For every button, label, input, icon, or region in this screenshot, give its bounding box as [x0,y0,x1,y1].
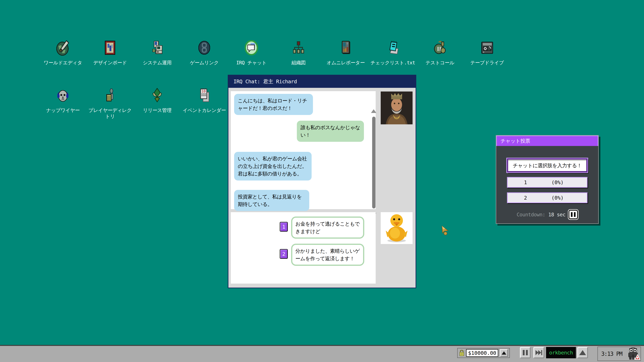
desktop-icon-tape-drive[interactable]: テープドライブ [464,39,510,66]
org-chart-icon [290,39,308,57]
desktop-icon-org-chart[interactable]: 組織図 [276,39,321,66]
event-calendar-icon: 10 [196,86,213,104]
chat-message-log: こんにちは、私はロード・リチャードだ！君のボスだ！ 誰も私のボスなんかじゃない！… [231,91,376,209]
choice-2-key-badge[interactable]: 2 [280,249,288,259]
desktop-icon-label: テストコール [417,60,463,66]
poll-option-2-label: 2 [508,195,543,201]
chat-message-boss: こんにちは、私はロード・リチャードだ！君のボスだ！ [234,94,313,115]
svg-text:10: 10 [202,89,206,93]
desktop-icon-label: ワールドエディタ [40,60,86,66]
system-ops-icon [148,39,166,57]
tray-robot-icon[interactable] [626,347,640,361]
countdown-value: 18 sec [548,212,565,218]
release-management-icon [148,86,166,104]
desktop-icon-irq-chat[interactable]: IRQ チャット [228,39,274,66]
desktop-icon-label: テープドライブ [464,60,510,66]
desktop-icon-player-directory[interactable]: プレイヤーディレクトリ [87,86,133,119]
poll-banner: チャットに選択肢を入力する！ [507,158,588,172]
pause-icon [523,350,524,355]
poll-option-1[interactable]: 1 (0%) [507,177,588,188]
world-editor-icon [54,39,72,57]
chat-message-player: 誰も私のボスなんかじゃない！ [297,121,364,142]
desktop-icon-game-link[interactable]: ゲームリンク [182,39,227,66]
poll-pause-button[interactable] [568,210,578,219]
desktop-icon-world-editor[interactable]: ワールドエディタ [40,39,86,66]
chat-scrollbar[interactable] [371,109,377,217]
money-widget: $10000.00 [457,348,510,358]
desktop-icon-test-call[interactable]: テストコール [417,39,463,66]
desktop-icon-design-board[interactable]: デザインボード [87,39,133,66]
chat-message-boss: 投資家として、私は見返りを期待している。 [234,190,309,211]
player-directory-icon [101,86,119,104]
napwire-skull-icon [54,86,72,104]
choice-1-text[interactable]: お金を持って逃げることもできますけど [291,217,364,239]
desktop-icon-label: デザインボード [87,60,133,66]
pause-icon [571,212,572,217]
test-call-icon [431,39,449,57]
pause-button[interactable] [520,347,531,358]
clock-time: 3:13 PM [601,351,626,357]
chat-choice-2[interactable]: 2 分かりました、素晴らしいゲームを作って返済します！ [280,244,376,266]
up-arrow-icon [579,350,586,355]
chat-choice-1[interactable]: 1 お金を持って逃げることもできますけど [280,217,376,239]
omni-reporter-icon [337,39,354,57]
chat-window-titlebar[interactable]: IRQ Chat: 君主 Richard [228,75,416,88]
desktop-icon-event-calendar[interactable]: 10 イベントカレンダー [182,86,227,113]
tape-drive-icon [478,39,496,57]
money-up-button[interactable] [500,349,508,357]
choice-1-key-badge[interactable]: 1 [280,222,288,232]
poll-countdown-row: Countdown: 18 sec [507,210,588,219]
rubber-duck-portrait [381,212,412,244]
game-link-icon [196,39,213,57]
desktop-icon-label: ゲームリンク [182,60,227,66]
desktop-icon-label: システム運用 [134,60,180,66]
desktop-icon-label: 組織図 [276,60,321,66]
poll-option-2[interactable]: 2 (0%) [507,192,588,203]
chat-choice-panel: 1 お金を持って逃げることもできますけど 2 分かりました、素晴らしいゲームを作… [231,212,376,284]
desktop-icon-label: プレイヤーディレクトリ [87,107,133,119]
design-board-icon [101,39,119,57]
checklist-icon [384,39,402,57]
irq-chat-icon [242,39,260,57]
skip-button[interactable] [533,347,544,358]
skip-forward-icon [535,350,542,356]
chat-poll-window: チャット投票 チャットに選択肢を入力する！ 1 (0%) 2 (0%) Coun… [496,135,599,224]
desktop-icon-label: オムニレポーター [323,60,368,66]
choice-2-text[interactable]: 分かりました、素晴らしいゲームを作って返済します！ [291,244,364,266]
poll-option-2-percent: (0%) [543,195,572,201]
countdown-label: Countdown: [517,212,546,218]
chat-window: IRQ Chat: 君主 Richard こんにちは、私はロード・リチャードだ！… [228,75,416,288]
poll-window-titlebar[interactable]: チャット投票 [496,136,598,146]
clock-tray: 3:13 PM [598,347,641,361]
poll-option-1-percent: (0%) [543,179,572,185]
up-arrow-icon [502,351,506,355]
desktop-icon-system-ops[interactable]: システム運用 [134,39,180,66]
poll-window-body: チャットに選択肢を入力する！ 1 (0%) 2 (0%) Countdown: … [496,146,598,219]
desktop-icon-napwire[interactable]: ナップワイヤー [40,86,86,113]
taskbar-up-button[interactable] [577,347,588,358]
mouse-cursor [441,226,452,237]
king-richard-portrait [381,91,412,124]
scrollbar-thumb[interactable] [372,117,376,209]
desktop-icon-omni-reporter[interactable]: オムニレポーター [323,39,368,66]
money-field[interactable]: $10000.00 [466,349,498,357]
desktop-icon-release-management[interactable]: リリース管理 [134,86,180,113]
chat-message-boss: いいかい、私が君のゲーム会社の立ち上げ資金を出したんだ。君は私に多額の借りがある… [234,152,312,180]
desktop-icon-label: チェックリスト.txt [370,60,416,66]
chat-window-title: IRQ Chat: 君主 Richard [234,78,297,85]
poll-option-1-label: 1 [508,179,543,185]
desktop-icon-checklist[interactable]: チェックリスト.txt [370,39,416,66]
taskbar: $10000.00 orkbench 3:13 PM [0,345,644,362]
poll-window-title: チャット投票 [500,138,530,144]
desktop-icon-label: リリース管理 [134,107,180,113]
scroll-up-icon[interactable] [371,109,376,113]
desktop-icon-label: IRQ チャット [228,60,274,66]
desktop-icon-label: イベントカレンダー [182,107,227,113]
workbench-lcd: orkbench [546,347,576,358]
lock-icon [459,350,464,357]
desktop-icon-label: ナップワイヤー [40,107,86,113]
desktop: ワールドエディタ デザインボード システム運用 ゲ [0,0,644,362]
